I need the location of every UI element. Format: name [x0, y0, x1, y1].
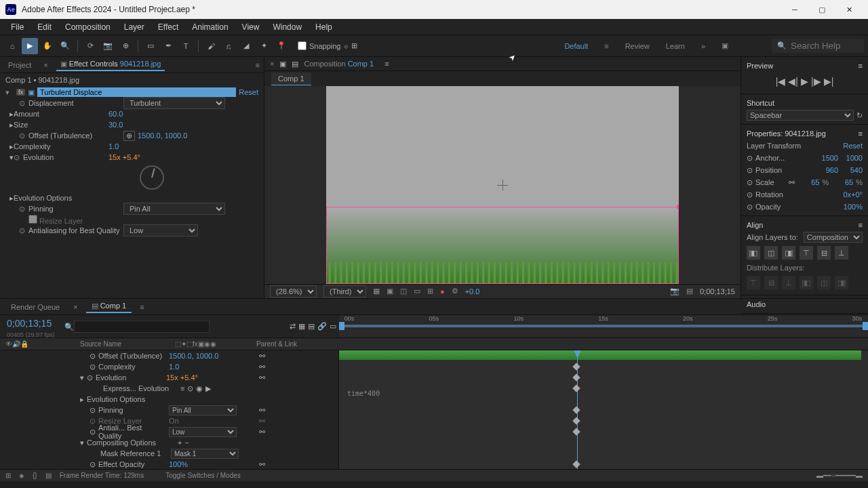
stopwatch-icon[interactable]: ⊙ [19, 131, 28, 140]
link-icon[interactable]: ⚯ [259, 352, 265, 361]
puppet-tool[interactable]: 📍 [273, 38, 290, 54]
align-right-button[interactable]: ◨| [782, 246, 795, 260]
roto-tool[interactable]: ✦ [256, 38, 272, 54]
panel-menu-icon[interactable]: ≡ [859, 62, 863, 70]
selection-tool[interactable]: ▶ [22, 38, 38, 54]
stopwatch-icon[interactable]: ⊙ [90, 460, 96, 469]
align-target-select[interactable]: Composition [804, 232, 863, 243]
tl-icon[interactable]: ⇄ [290, 322, 296, 331]
quality-dropdown[interactable]: (Third) [323, 285, 366, 298]
expand-icon[interactable]: ▾ [80, 439, 84, 447]
align-vcenter-button[interactable]: ⊟ [817, 246, 831, 260]
vf-icon[interactable]: ▣ [387, 287, 393, 296]
fx-badge[interactable]: fx [16, 89, 25, 96]
shape-tool[interactable]: ▭ [142, 38, 159, 54]
first-frame-button[interactable]: |◀ [776, 76, 786, 87]
stopwatch-icon[interactable]: ⊙ [14, 153, 23, 162]
maximize-button[interactable]: ▢ [808, 0, 835, 19]
snapping-grid-icon[interactable]: ⊞ [351, 41, 357, 50]
tl-offset-value[interactable]: 1500.0, 1000.0 [169, 352, 218, 360]
tl-evolution-value[interactable]: 15x +5.4° [166, 373, 198, 382]
clone-tool[interactable]: ⎌ [220, 38, 237, 54]
time-ruler[interactable]: 00s 05s 10s 15s 20s 25s 30s [339, 315, 868, 327]
link-icon[interactable]: ⚯ [259, 417, 265, 426]
keyframe[interactable] [573, 460, 580, 468]
fx-name[interactable]: Turbulent Displace [37, 87, 236, 97]
position-y[interactable]: 540 [841, 166, 863, 174]
expr-icon[interactable]: ≡ [180, 384, 184, 392]
stopwatch-icon[interactable]: ⊙ [90, 363, 96, 371]
home-tool[interactable]: ⌂ [4, 38, 20, 54]
link-icon[interactable]: ⚯ [259, 373, 265, 382]
add-icon[interactable]: + [178, 439, 182, 447]
layer-bar[interactable] [339, 350, 861, 360]
link-icon[interactable]: ⚯ [259, 460, 265, 469]
vf-icon[interactable]: ◫ [400, 287, 407, 296]
stopwatch-icon[interactable]: ⊙ [90, 352, 96, 361]
timeline-tracks[interactable]: time*400 [339, 350, 868, 469]
prev-frame-button[interactable]: ◀| [788, 76, 798, 87]
camera-tool[interactable]: 📷 [100, 38, 116, 54]
last-frame-button[interactable]: ▶| [824, 76, 834, 87]
toggle-switches[interactable]: Toggle Switches / Modes [165, 472, 241, 479]
stopwatch-icon[interactable]: ⊙ [747, 166, 753, 175]
fx-enable-icon[interactable]: ▣ [28, 88, 35, 97]
keyframe[interactable] [573, 406, 580, 413]
menu-animation[interactable]: Animation [185, 20, 235, 34]
brush-tool[interactable]: 🖌 [203, 38, 219, 54]
minimize-button[interactable]: ─ [781, 0, 808, 19]
tl-footer-icon[interactable]: ◈ [19, 472, 24, 479]
vf-icon[interactable]: ⊞ [427, 287, 433, 296]
vf-icon[interactable]: ▭ [414, 287, 420, 296]
workspace-review[interactable]: Review [625, 42, 650, 50]
panel-menu-icon[interactable]: ≡ [256, 61, 260, 69]
hand-tool[interactable]: ✋ [39, 38, 56, 54]
snapping-icon[interactable]: ⟐ [344, 42, 349, 50]
reset-icon[interactable]: ↻ [856, 111, 863, 120]
comp-name[interactable]: Comp 1 [348, 60, 374, 68]
menu-effect[interactable]: Effect [151, 20, 185, 34]
tab-render-queue[interactable]: Render Queue [5, 302, 65, 312]
tl-antialiasing-select[interactable]: Low [169, 427, 237, 437]
size-value[interactable]: 30.0 [108, 121, 123, 129]
vf-icon[interactable]: ● [440, 287, 445, 296]
link-icon[interactable]: ⚯ [259, 428, 265, 436]
expr-icon[interactable]: ⊙ [187, 384, 193, 393]
menu-file[interactable]: File [4, 20, 31, 34]
vf-icon[interactable]: ⚙ [452, 287, 458, 296]
complexity-value[interactable]: 1.0 [108, 142, 119, 150]
keyframe[interactable] [573, 417, 580, 424]
stopwatch-icon[interactable]: ⊙ [90, 406, 96, 415]
zoom-tool[interactable]: 🔍 [57, 38, 73, 54]
rotate-tool[interactable]: ⟳ [82, 38, 98, 54]
menu-help[interactable]: Help [309, 20, 339, 34]
transform-reset[interactable]: Reset [843, 142, 863, 150]
keyframe[interactable] [573, 373, 580, 381]
workspace-overflow-icon[interactable]: » [701, 42, 705, 50]
stopwatch-icon[interactable]: ⊙ [747, 154, 753, 163]
timeline-timecode[interactable]: 0;00;13;15 [0, 315, 62, 331]
tl-icon[interactable]: ▦ [298, 322, 305, 331]
tab-timeline-comp[interactable]: ▤ Comp 1 [86, 300, 132, 313]
snapping-checkbox[interactable] [298, 41, 307, 50]
anchor-x[interactable]: 1500 [816, 154, 838, 162]
zoom-dropdown[interactable]: (28.6%) [270, 285, 317, 298]
tl-effect-opacity-value[interactable]: 100% [169, 460, 188, 468]
tl-icon[interactable]: ▤ [308, 322, 315, 331]
eraser-tool[interactable]: ◢ [238, 38, 254, 54]
stopwatch-icon[interactable]: ⊙ [19, 99, 28, 108]
selection-box[interactable] [326, 207, 679, 284]
offset-value[interactable]: 1500.0, 1000.0 [138, 131, 187, 140]
text-tool[interactable]: T [178, 38, 194, 54]
timeline-search-input[interactable] [74, 321, 210, 333]
composition-canvas[interactable] [326, 86, 679, 284]
vf-icon[interactable]: ▦ [373, 287, 380, 296]
evolution-dial[interactable] [140, 165, 164, 190]
menu-composition[interactable]: Composition [58, 20, 117, 34]
stopwatch-icon[interactable]: ⊙ [747, 178, 753, 187]
comp-lock-icon[interactable]: ▣ [279, 60, 286, 68]
link-icon[interactable]: ⚯ [259, 363, 265, 371]
expr-icon[interactable]: ▶ [205, 384, 211, 393]
tab-effect-controls[interactable]: ▣ Effect Controls 9041218.jpg [56, 58, 165, 71]
work-area[interactable] [339, 325, 868, 327]
